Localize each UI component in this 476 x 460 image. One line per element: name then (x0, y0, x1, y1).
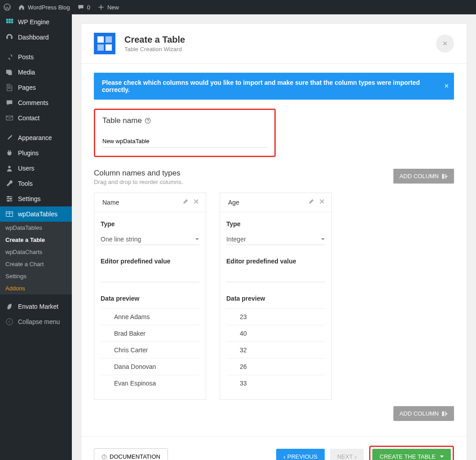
close-alert-button[interactable]: × (445, 82, 449, 90)
pencil-icon (308, 198, 314, 205)
submenu-settings[interactable]: Settings (0, 270, 72, 282)
pencil-icon (182, 198, 189, 205)
sidebar-item-appearance[interactable]: Appearance (0, 130, 72, 145)
sidebar-item-plugins[interactable]: Plugins (0, 145, 72, 161)
columns-section-header: Column names and types Drag and drop to … (94, 169, 454, 185)
svg-rect-18 (442, 174, 444, 179)
documentation-button[interactable]: DOCUMENTATION (94, 448, 168, 460)
svg-rect-16 (106, 44, 112, 51)
admin-bar: WordPress Blog 0 New (0, 0, 476, 14)
help-icon[interactable] (145, 118, 151, 124)
preview-list: 23 40 32 26 33 (226, 308, 325, 391)
collapse-icon (5, 318, 13, 326)
table-name-input[interactable] (102, 135, 267, 148)
user-icon (5, 164, 13, 172)
chevron-down-icon (195, 237, 199, 241)
submenu-create-chart[interactable]: Create a Chart (0, 258, 72, 270)
edit-column-button[interactable] (181, 197, 190, 207)
plug-icon (5, 149, 13, 157)
add-column-bottom-row: ADD COLUMN (94, 406, 454, 421)
add-column-button-top[interactable]: ADD COLUMN (393, 169, 454, 184)
preview-label: Data preview (226, 295, 325, 302)
preview-item: 40 (226, 325, 325, 342)
sidebar-submenu: wpDataTables Create a Table wpDataCharts… (0, 222, 72, 294)
predefined-label: Editor predefined value (101, 258, 199, 265)
type-label: Type (101, 220, 199, 228)
site-link[interactable]: WordPress Blog (18, 4, 70, 11)
edit-column-button[interactable] (307, 197, 315, 207)
sidebar-item-tools[interactable]: Tools (0, 176, 72, 191)
sidebar-label: Pages (18, 84, 36, 91)
close-icon (319, 198, 325, 205)
add-column-button-bottom[interactable]: ADD COLUMN (393, 406, 454, 421)
columns-title: Column names and types (94, 169, 183, 178)
predefined-value-input[interactable] (226, 271, 325, 282)
preview-item: 23 (226, 308, 325, 325)
wrench-icon (5, 180, 13, 188)
sidebar-item-envato[interactable]: Envato Market (0, 299, 72, 314)
collapse-menu[interactable]: Collapse menu (0, 314, 72, 329)
media-icon (5, 68, 13, 76)
pages-icon (5, 83, 13, 92)
next-button: NEXT › (330, 449, 364, 460)
submenu-wpdatatables[interactable]: wpDataTables (0, 222, 72, 234)
predefined-value-input[interactable] (101, 271, 199, 282)
wordpress-logo[interactable] (4, 4, 11, 11)
type-select[interactable]: Integer (226, 234, 325, 245)
svg-rect-13 (97, 36, 104, 43)
footer-actions: ‹ PREVIOUS NEXT › CREATE THE TABLE (276, 446, 454, 460)
delete-column-button[interactable] (318, 197, 326, 207)
logo-icon (96, 35, 114, 53)
preview-item: 33 (226, 375, 325, 391)
type-label: Type (226, 220, 325, 228)
submenu-addons[interactable]: Addons (0, 282, 72, 294)
new-link[interactable]: New (97, 4, 119, 11)
column-name: Age (225, 199, 304, 206)
column-card-age[interactable]: Age Type Integer Editor predefined value… (220, 193, 332, 400)
svg-point-8 (8, 196, 9, 198)
submenu-create-table[interactable]: Create a Table (0, 234, 72, 246)
table-name-section: Table name (94, 109, 276, 157)
add-column-icon (441, 411, 448, 417)
comments-link[interactable]: 0 (77, 4, 90, 11)
submenu-wpdatacharts[interactable]: wpDataCharts (0, 246, 72, 258)
sidebar-item-media[interactable]: Media (0, 65, 72, 80)
sliders-icon (5, 195, 13, 203)
sidebar-item-settings[interactable]: Settings (0, 191, 72, 206)
grid-icon (5, 18, 13, 26)
svg-rect-3 (11, 19, 13, 21)
wizard-footer: DOCUMENTATION ‹ PREVIOUS NEXT › CREATE T… (81, 436, 467, 460)
sidebar-item-pages[interactable]: Pages (0, 80, 72, 95)
preview-item: 26 (226, 358, 325, 375)
sidebar-label: Envato Market (18, 303, 58, 310)
pin-icon (5, 53, 13, 61)
columns-subtitle: Drag and drop to reorder columns. (94, 179, 183, 185)
table-name-label: Table name (102, 116, 267, 125)
close-button[interactable]: × (436, 35, 454, 53)
create-table-button[interactable]: CREATE THE TABLE (372, 449, 451, 460)
column-body: Type Integer Editor predefined value Dat… (220, 212, 331, 399)
close-icon (193, 198, 199, 205)
wizard-card: Create a Table Table Creation Wizard × P… (81, 23, 467, 460)
type-select[interactable]: One line string (101, 234, 199, 245)
sidebar-item-wpdatatables[interactable]: wpDataTables (0, 206, 72, 222)
sidebar-item-users[interactable]: Users (0, 161, 72, 176)
sidebar-item-contact[interactable]: Contact (0, 110, 72, 126)
chevron-down-icon (321, 237, 325, 241)
preview-item: Evan Espinosa (101, 375, 199, 391)
main-content: Create a Table Table Creation Wizard × P… (72, 14, 476, 460)
column-card-name[interactable]: Name Type One line string Editor predefi… (94, 193, 206, 400)
svg-rect-6 (11, 21, 13, 23)
svg-rect-14 (106, 36, 112, 43)
svg-point-17 (145, 118, 150, 123)
sidebar-item-dashboard[interactable]: Dashboard (0, 30, 72, 45)
sidebar-item-wpengine[interactable]: WP Engine (0, 14, 72, 30)
svg-rect-15 (97, 44, 104, 51)
previous-button[interactable]: ‹ PREVIOUS (276, 449, 325, 460)
svg-rect-5 (9, 21, 11, 23)
site-name: WordPress Blog (28, 4, 70, 11)
sidebar-item-comments[interactable]: Comments (0, 95, 72, 110)
sidebar-item-posts[interactable]: Posts (0, 49, 72, 65)
new-label: New (107, 4, 119, 11)
delete-column-button[interactable] (192, 197, 200, 207)
